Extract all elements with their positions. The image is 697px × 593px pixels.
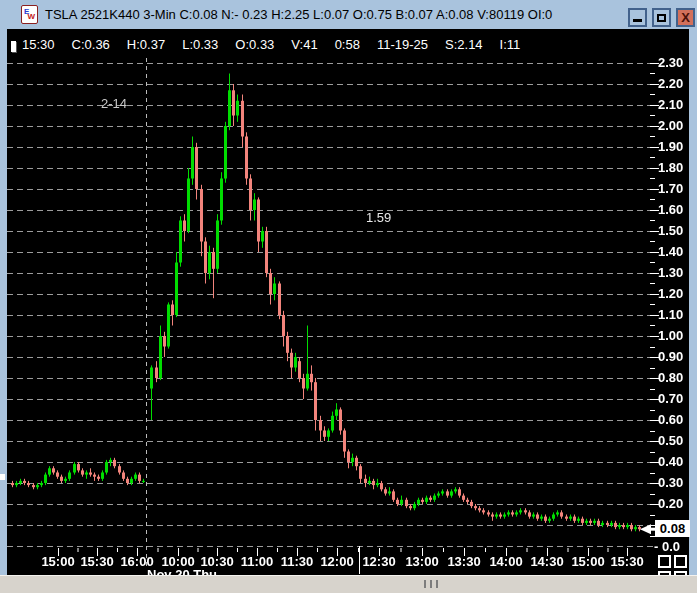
price-tick-label: 0.80 — [658, 370, 683, 385]
price-tick-label: 1.90 — [658, 139, 683, 154]
time-tick-label: 11:00 — [241, 554, 274, 569]
time-tick-label: 15:00 — [571, 554, 604, 569]
info-item-8: S:2.14 — [445, 37, 483, 52]
price-tick-label: 1.60 — [658, 202, 683, 217]
time-tick-label: 14:00 — [489, 554, 522, 569]
info-item-3: L:0.33 — [182, 37, 218, 52]
price-tick-label: 0.20 — [658, 496, 683, 511]
time-tick-label: 13:30 — [447, 554, 480, 569]
scroll-button-1[interactable] — [658, 555, 671, 568]
time-tick-label: 15:00 — [41, 554, 74, 569]
price-level-annotation-214: 2-14 — [101, 96, 127, 111]
info-bar: 15:30C:0.36H:0.37L:0.33O:0.33V:410:5811-… — [7, 31, 689, 57]
info-item-5: V:41 — [291, 37, 317, 52]
price-tick-label: 2.10 — [658, 97, 683, 112]
scroll-button-2[interactable] — [674, 555, 687, 568]
info-item-9: I:11 — [500, 37, 521, 52]
app-icon-letter-w: W — [27, 13, 35, 21]
price-tick-label: 1.10 — [658, 307, 683, 322]
last-price-box: 0.08 — [655, 520, 690, 537]
price-tick-label: 0.40 — [658, 454, 683, 469]
price-tick-label: 0.30 — [658, 475, 683, 490]
window-title: TSLA 2521K440 3-Min C:0.08 N:- 0.23 H:2.… — [45, 7, 552, 22]
time-tick-label: 11:30 — [281, 554, 314, 569]
title-bar[interactable]: E W TSLA 2521K440 3-Min C:0.08 N:- 0.23 … — [0, 0, 697, 29]
price-tick-label: 1.00 — [658, 328, 683, 343]
price-tick-label: 0.60 — [658, 412, 683, 427]
minimize-icon — [633, 19, 642, 22]
price-tick-label: 1.40 — [658, 244, 683, 259]
price-tick-label: 1.20 — [658, 286, 683, 301]
time-tick-label: 15:30 — [80, 554, 113, 569]
info-item-6: 0:58 — [335, 37, 360, 52]
price-tick-label: 0.70 — [658, 391, 683, 406]
time-tick-label: 12:00 — [320, 554, 353, 569]
zero-axis-label: - 0.0 — [654, 539, 680, 554]
app-icon: E W — [21, 5, 38, 24]
price-tick-label: 1.30 — [658, 265, 683, 280]
info-item-1: C:0.36 — [72, 37, 110, 52]
bottom-scrollbar[interactable] — [0, 575, 697, 593]
price-tick-label: 0.50 — [658, 433, 683, 448]
price-tick-label: 0.90 — [658, 349, 683, 364]
price-tick-label: 1.70 — [658, 181, 683, 196]
minimize-button[interactable] — [628, 8, 647, 27]
scrollbar-grip-icon[interactable] — [424, 580, 441, 588]
candlestick-chart[interactable] — [7, 57, 689, 575]
maximize-button[interactable] — [652, 8, 671, 27]
close-button[interactable]: X — [676, 8, 695, 27]
price-tick-label: 1.50 — [658, 223, 683, 238]
info-item-4: O:0.33 — [235, 37, 274, 52]
time-tick-label: 13:00 — [405, 554, 438, 569]
price-level-annotation-159: 1.59 — [366, 210, 391, 225]
border-marker — [0, 474, 5, 480]
price-tick-label: 2.00 — [658, 118, 683, 133]
time-tick-label: 15:30 — [610, 554, 643, 569]
time-tick-label: 14:30 — [530, 554, 563, 569]
bar-marker-icon — [11, 41, 16, 52]
price-tick-label: 2.30 — [658, 55, 683, 70]
maximize-icon — [657, 14, 666, 22]
info-item-7: 11-19-25 — [377, 37, 428, 52]
info-item-0: 15:30 — [22, 37, 55, 52]
price-tick-label: 2.20 — [658, 76, 683, 91]
time-tick-label: 12:30 — [362, 554, 395, 569]
price-tick-label: 1.80 — [658, 160, 683, 175]
info-item-2: H:0.37 — [127, 37, 165, 52]
